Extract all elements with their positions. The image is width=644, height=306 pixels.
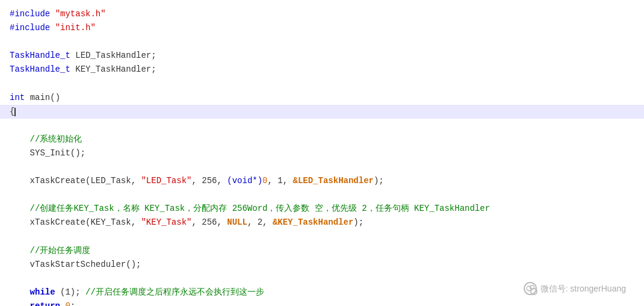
code-line: #include "mytask.h" — [10, 7, 634, 21]
wechat-icon — [524, 282, 537, 295]
code-line: TaskHandle_t LED_TaskHandler; — [10, 49, 634, 63]
blank-line — [10, 160, 634, 174]
code-line: //创建任务KEY_Task，名称 KEY_Task，分配内存 256Word，… — [10, 202, 634, 216]
code-line: vTaskStartScheduler(); — [10, 258, 634, 272]
highlighted-code-line: { — [0, 105, 644, 119]
code-editor: #include "mytask.h" #include "init.h" Ta… — [0, 0, 644, 306]
blank-line — [10, 76, 634, 90]
code-line: xTaskCreate(LED_Task, "LED_Task", 256, (… — [10, 174, 634, 188]
watermark-text: 微信号: strongerHuang — [540, 282, 626, 295]
svg-point-1 — [530, 285, 534, 289]
blank-line — [10, 230, 634, 244]
blank-line — [10, 35, 634, 49]
code-line: return 0; — [10, 299, 634, 306]
code-line: int main() — [10, 91, 634, 105]
code-line: xTaskCreate(KEY_Task, "KEY_Task", 256, N… — [10, 216, 634, 230]
svg-point-3 — [531, 288, 532, 289]
svg-point-2 — [528, 289, 529, 290]
code-line: SYS_Init(); — [10, 146, 634, 160]
code-line: //系统初始化 — [10, 133, 634, 146]
watermark: 微信号: strongerHuang — [524, 282, 626, 295]
blank-line — [10, 188, 634, 202]
code-line: #include "init.h" — [10, 21, 634, 35]
blank-line — [10, 119, 634, 133]
code-line: //开始任务调度 — [10, 244, 634, 258]
code-line: TaskHandle_t KEY_TaskHandler; — [10, 63, 634, 76]
